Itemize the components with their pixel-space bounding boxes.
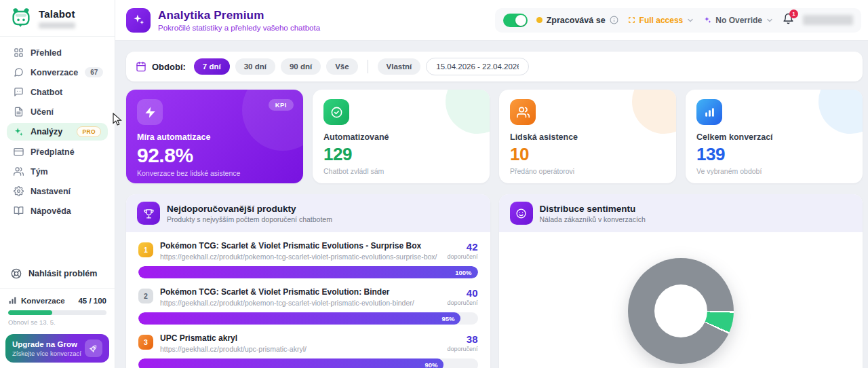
period-pill-all[interactable]: Vše [326,58,357,75]
product-url[interactable]: https://geekhall.cz/produkt/pokemon-tcg-… [160,299,414,307]
sidebar-item-label: Nastavení [31,187,71,196]
sidebar-item-analyzy[interactable]: Analýzy PRO [7,123,108,141]
topbar: Analytika Premium Pokročilé statistiky a… [115,0,868,41]
talabot-logo-icon [9,7,33,30]
date-range-input[interactable] [426,58,529,75]
sentiment-subtitle: Nálada zákazníků v konverzacích [540,215,646,223]
book-icon [14,206,24,216]
chat-bubble-icon [14,67,24,77]
product-row[interactable]: 1 Pokémon TCG: Scarlet & Violet Prismati… [138,241,478,278]
kpi-sublabel: Ve vybraném období [696,167,852,175]
notifications-button[interactable]: 1 [783,13,794,27]
sidebar-item-label: Předplatné [31,147,75,157]
rank-badge: 2 [138,289,153,303]
info-icon[interactable] [610,16,618,24]
people-icon [510,99,536,125]
chevron-down-icon [686,16,694,24]
period-pill-custom[interactable]: Vlastní [378,58,421,75]
usage-progressbar [8,310,106,315]
chatbot-toggle[interactable] [503,14,528,27]
recommendation-unit: doporučení [447,299,477,306]
chevron-down-icon [766,16,774,24]
override-dropdown[interactable]: No Override [703,16,774,25]
sidebar-item-predplatne[interactable]: Předplatné [7,143,108,160]
product-progress-fill: 100% [138,266,478,278]
sidebar-nav: Přehled Konverzace 67 Chatbot Učení Anal… [0,37,115,219]
sidebar-item-konverzace[interactable]: Konverzace 67 [7,64,108,81]
bug-icon [11,268,22,279]
period-filter-bar: Období: 7 dní 30 dní 90 dní Vše Vlastní [126,52,863,81]
credit-card-icon [14,147,24,157]
kpi-label: Celkem konverzací [696,132,852,142]
kpi-sublabel: Předáno operátorovi [510,167,665,175]
sidebar-item-label: Tým [31,167,48,177]
access-dropdown[interactable]: Full access [627,16,695,25]
gear-icon [14,186,24,196]
override-label: No Override [715,16,762,25]
product-progressbar: 100% [138,266,478,278]
upgrade-subtitle: Získejte více konverzací [12,350,81,357]
topbar-controls: Zpracovává se Full access No Override 1 [495,8,861,33]
sidebar-item-tym[interactable]: Tým [7,163,108,180]
decorative-circle [446,90,490,134]
kpi-label: Lidská asistence [510,132,665,142]
kpi-row: KPI Míra automatizace 92.8% Konverzace b… [126,90,863,183]
status-indicator: Zpracovává se [536,16,618,25]
kpi-card-automation-rate: KPI Míra automatizace 92.8% Konverzace b… [126,90,303,183]
trophy-icon [137,202,160,225]
kpi-card-human-assist: Lidská asistence 10 Předáno operátorovi [499,90,676,183]
usage-label: Konverzace [21,297,65,305]
decorative-circle [818,90,863,134]
brand-name: Talabot [39,8,75,20]
main-area: Analytika Premium Pokročilé statistiky a… [115,0,868,368]
access-label: Full access [639,16,684,25]
products-list: 1 Pokémon TCG: Scarlet & Violet Prismati… [126,232,490,368]
period-pill-30d[interactable]: 30 dní [235,58,275,75]
sentiment-section: Distribuce sentimentu Nálada zákazníků v… [499,194,863,368]
conversation-count-badge: 67 [85,67,103,77]
kpi-value: 129 [323,144,479,165]
report-problem-button[interactable]: Nahlásit problém [0,261,115,288]
status-dot [536,17,542,23]
sidebar-item-chatbot[interactable]: Chatbot [7,84,108,100]
check-circle-icon [323,99,349,125]
status-label: Zpracovává se [547,16,606,25]
kpi-badge: KPI [269,99,294,111]
page-title: Analytika Premium [158,9,320,22]
override-sparkle-icon [703,16,712,24]
sidebar-item-prehled[interactable]: Přehled [7,44,108,61]
period-pill-90d[interactable]: 90 dní [281,58,321,75]
rocket-icon [85,339,102,357]
bar-chart-icon [8,296,17,305]
kpi-label: Automatizované [323,132,479,142]
product-url[interactable]: https://geekhall.cz/produkt/pokemon-tcg-… [160,253,437,261]
sidebar-item-napoveda[interactable]: Nápověda [7,202,108,219]
product-row[interactable]: 2 Pokémon TCG: Scarlet & Violet Prismati… [138,287,478,325]
percent-label: 95% [441,315,454,323]
kpi-value: 139 [696,144,852,165]
product-name: Pokémon TCG: Scarlet & Violet Prismatic … [160,241,437,251]
user-name-blurred[interactable] [803,15,853,25]
product-url[interactable]: https://geekhall.cz/produkt/upc-prismati… [160,345,307,353]
product-name: UPC Prismatic akryl [160,333,307,343]
period-label: Období: [152,62,186,72]
upgrade-card[interactable]: Upgrade na Grow Získejte více konverzací [5,334,109,363]
pro-badge: PRO [77,126,101,137]
sentiment-chart-area [499,232,863,364]
sentiment-title: Distribuce sentimentu [540,204,646,214]
product-row[interactable]: 3 UPC Prismatic akryl https://geekhall.c… [138,333,478,368]
kpi-sublabel: Konverzace bez lidské asistence [137,169,292,177]
report-problem-label: Nahlásit problém [28,269,97,278]
product-progress-fill: 95% [138,312,460,325]
usage-progress-fill [8,310,52,315]
period-pill-7d[interactable]: 7 dní [194,58,230,75]
sidebar-item-label: Učení [31,107,54,117]
sidebar-item-nastaveni[interactable]: Nastavení [7,183,108,200]
sidebar-item-uceni[interactable]: Učení [7,103,108,120]
full-access-icon [627,16,636,24]
usage-renew-note: Obnoví se 13. 5. [8,318,106,326]
decorative-circle [632,90,676,134]
recommendation-count: 42 [447,241,477,253]
usage-block: Konverzace 45 / 100 Obnoví se 13. 5. [0,288,115,329]
product-progressbar: 95% [138,312,478,325]
